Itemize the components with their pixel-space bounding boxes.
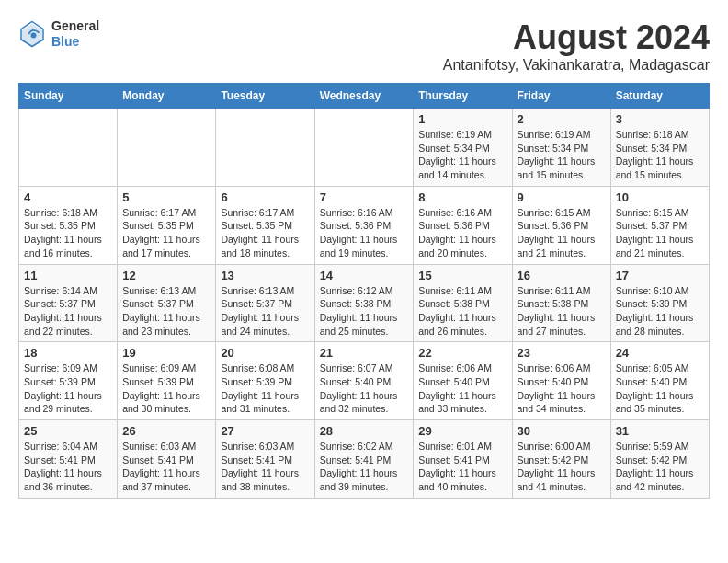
day-info: Sunrise: 6:01 AMSunset: 5:41 PMDaylight:…	[418, 440, 506, 494]
day-cell: 6Sunrise: 6:17 AMSunset: 5:35 PMDaylight…	[216, 186, 314, 264]
day-info: Sunrise: 6:14 AMSunset: 5:37 PMDaylight:…	[24, 284, 112, 339]
day-cell: 27Sunrise: 6:03 AMSunset: 5:41 PMDayligh…	[216, 420, 314, 499]
logo-text: General Blue	[51, 18, 99, 50]
header-cell-wednesday: Wednesday	[314, 84, 414, 109]
day-cell: 10Sunrise: 6:15 AMSunset: 5:37 PMDayligh…	[610, 186, 709, 264]
day-info: Sunrise: 6:16 AMSunset: 5:36 PMDaylight:…	[320, 206, 409, 260]
calendar-subtitle: Antanifotsy, Vakinankaratra, Madagascar	[443, 57, 710, 74]
day-number: 4	[24, 190, 112, 204]
header-cell-monday: Monday	[118, 84, 216, 109]
logo: General Blue	[18, 18, 99, 50]
day-number: 12	[122, 269, 210, 282]
day-cell: 8Sunrise: 6:16 AMSunset: 5:36 PMDaylight…	[414, 186, 512, 264]
day-cell: 2Sunrise: 6:19 AMSunset: 5:34 PMDaylight…	[512, 109, 610, 187]
calendar-header: SundayMondayTuesdayWednesdayThursdayFrid…	[19, 84, 710, 109]
day-info: Sunrise: 6:10 AMSunset: 5:39 PMDaylight:…	[616, 284, 704, 339]
day-info: Sunrise: 6:15 AMSunset: 5:36 PMDaylight:…	[518, 206, 606, 260]
day-info: Sunrise: 6:13 AMSunset: 5:37 PMDaylight:…	[122, 284, 210, 339]
day-cell	[19, 109, 118, 187]
day-info: Sunrise: 6:05 AMSunset: 5:40 PMDaylight:…	[616, 362, 704, 416]
day-number: 16	[518, 269, 606, 282]
day-info: Sunrise: 6:18 AMSunset: 5:35 PMDaylight:…	[24, 206, 112, 260]
day-info: Sunrise: 6:13 AMSunset: 5:37 PMDaylight:…	[221, 284, 309, 339]
day-cell: 13Sunrise: 6:13 AMSunset: 5:37 PMDayligh…	[216, 264, 314, 342]
day-number: 2	[518, 112, 606, 126]
day-number: 13	[221, 269, 309, 282]
day-info: Sunrise: 5:59 AMSunset: 5:42 PMDaylight:…	[616, 440, 704, 494]
header-cell-friday: Friday	[512, 84, 610, 109]
day-info: Sunrise: 6:06 AMSunset: 5:40 PMDaylight:…	[518, 362, 606, 416]
day-number: 21	[320, 346, 409, 360]
day-cell: 31Sunrise: 5:59 AMSunset: 5:42 PMDayligh…	[610, 420, 709, 499]
day-info: Sunrise: 6:17 AMSunset: 5:35 PMDaylight:…	[122, 206, 210, 260]
day-info: Sunrise: 6:16 AMSunset: 5:36 PMDaylight:…	[418, 206, 506, 260]
day-cell: 15Sunrise: 6:11 AMSunset: 5:38 PMDayligh…	[414, 264, 512, 342]
day-number: 23	[518, 346, 606, 360]
day-cell: 20Sunrise: 6:08 AMSunset: 5:39 PMDayligh…	[216, 342, 314, 420]
day-info: Sunrise: 6:11 AMSunset: 5:38 PMDaylight:…	[418, 284, 506, 339]
calendar-table: SundayMondayTuesdayWednesdayThursdayFrid…	[18, 83, 710, 499]
day-number: 22	[418, 346, 506, 360]
week-row-1: 1Sunrise: 6:19 AMSunset: 5:34 PMDaylight…	[19, 109, 710, 187]
day-number: 18	[24, 346, 112, 360]
day-cell: 17Sunrise: 6:10 AMSunset: 5:39 PMDayligh…	[610, 264, 709, 342]
day-cell: 7Sunrise: 6:16 AMSunset: 5:36 PMDaylight…	[314, 186, 414, 264]
logo-icon	[18, 20, 46, 48]
svg-point-2	[31, 32, 37, 38]
day-info: Sunrise: 6:08 AMSunset: 5:39 PMDaylight:…	[221, 362, 309, 416]
day-cell: 23Sunrise: 6:06 AMSunset: 5:40 PMDayligh…	[512, 342, 610, 420]
day-number: 17	[616, 269, 704, 282]
day-info: Sunrise: 6:11 AMSunset: 5:38 PMDaylight:…	[518, 284, 606, 339]
day-info: Sunrise: 6:06 AMSunset: 5:40 PMDaylight:…	[418, 362, 506, 416]
day-info: Sunrise: 6:03 AMSunset: 5:41 PMDaylight:…	[221, 440, 309, 494]
day-cell: 5Sunrise: 6:17 AMSunset: 5:35 PMDaylight…	[118, 186, 216, 264]
page-header: General Blue August 2024 Antanifotsy, Va…	[18, 18, 710, 74]
header-cell-saturday: Saturday	[610, 84, 709, 109]
week-row-4: 18Sunrise: 6:09 AMSunset: 5:39 PMDayligh…	[19, 342, 710, 420]
day-number: 1	[418, 112, 506, 126]
day-info: Sunrise: 6:12 AMSunset: 5:38 PMDaylight:…	[320, 284, 409, 339]
day-info: Sunrise: 6:17 AMSunset: 5:35 PMDaylight:…	[221, 206, 309, 260]
day-cell	[216, 109, 314, 187]
day-number: 14	[320, 269, 409, 282]
header-row: SundayMondayTuesdayWednesdayThursdayFrid…	[19, 84, 710, 109]
day-info: Sunrise: 6:03 AMSunset: 5:41 PMDaylight:…	[122, 440, 210, 494]
title-block: August 2024 Antanifotsy, Vakinankaratra,…	[443, 18, 710, 74]
day-number: 9	[518, 190, 606, 204]
day-number: 24	[616, 346, 704, 360]
day-info: Sunrise: 6:02 AMSunset: 5:41 PMDaylight:…	[320, 440, 409, 494]
week-row-5: 25Sunrise: 6:04 AMSunset: 5:41 PMDayligh…	[19, 420, 710, 499]
day-number: 28	[320, 424, 409, 438]
day-cell	[314, 109, 414, 187]
day-cell: 14Sunrise: 6:12 AMSunset: 5:38 PMDayligh…	[314, 264, 414, 342]
day-cell	[118, 109, 216, 187]
day-cell: 25Sunrise: 6:04 AMSunset: 5:41 PMDayligh…	[19, 420, 118, 499]
day-info: Sunrise: 6:18 AMSunset: 5:34 PMDaylight:…	[616, 128, 704, 182]
day-cell: 21Sunrise: 6:07 AMSunset: 5:40 PMDayligh…	[314, 342, 414, 420]
day-cell: 24Sunrise: 6:05 AMSunset: 5:40 PMDayligh…	[610, 342, 709, 420]
day-number: 20	[221, 346, 309, 360]
day-number: 27	[221, 424, 309, 438]
day-cell: 11Sunrise: 6:14 AMSunset: 5:37 PMDayligh…	[19, 264, 118, 342]
day-info: Sunrise: 6:07 AMSunset: 5:40 PMDaylight:…	[320, 362, 409, 416]
header-cell-sunday: Sunday	[19, 84, 118, 109]
day-cell: 16Sunrise: 6:11 AMSunset: 5:38 PMDayligh…	[512, 264, 610, 342]
day-number: 5	[122, 190, 210, 204]
day-number: 11	[24, 269, 112, 282]
day-number: 8	[418, 190, 506, 204]
day-number: 7	[320, 190, 409, 204]
day-cell: 3Sunrise: 6:18 AMSunset: 5:34 PMDaylight…	[610, 109, 709, 187]
day-cell: 26Sunrise: 6:03 AMSunset: 5:41 PMDayligh…	[118, 420, 216, 499]
day-info: Sunrise: 6:19 AMSunset: 5:34 PMDaylight:…	[418, 128, 506, 182]
header-cell-thursday: Thursday	[414, 84, 512, 109]
day-cell: 9Sunrise: 6:15 AMSunset: 5:36 PMDaylight…	[512, 186, 610, 264]
day-cell: 1Sunrise: 6:19 AMSunset: 5:34 PMDaylight…	[414, 109, 512, 187]
day-number: 26	[122, 424, 210, 438]
day-info: Sunrise: 6:15 AMSunset: 5:37 PMDaylight:…	[616, 206, 704, 260]
day-number: 29	[418, 424, 506, 438]
week-row-3: 11Sunrise: 6:14 AMSunset: 5:37 PMDayligh…	[19, 264, 710, 342]
day-number: 6	[221, 190, 309, 204]
calendar-title: August 2024	[443, 18, 710, 57]
day-number: 3	[616, 112, 704, 126]
day-cell: 4Sunrise: 6:18 AMSunset: 5:35 PMDaylight…	[19, 186, 118, 264]
